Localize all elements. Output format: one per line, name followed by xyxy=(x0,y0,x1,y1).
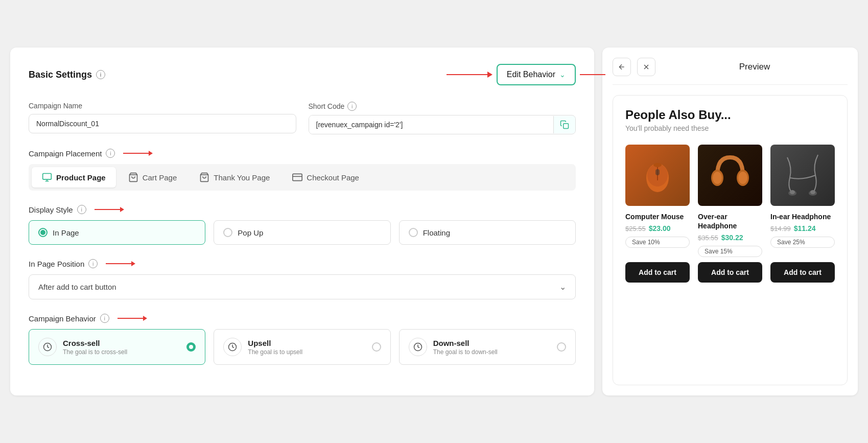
radio-floating xyxy=(409,228,418,237)
svg-point-20 xyxy=(738,172,747,184)
placement-tab-thankyou[interactable]: Thank You Page xyxy=(189,167,280,188)
radio-inpage xyxy=(38,228,48,237)
crosssell-desc: The goal is to cross-sell xyxy=(63,348,180,356)
crosssell-title: Cross-sell xyxy=(63,339,180,347)
price-new-earphone: $11.24 xyxy=(794,224,816,232)
price-old-headphone: $35.55 xyxy=(698,234,718,242)
position-select[interactable]: After add to cart button ⌄ xyxy=(29,274,576,299)
downsell-radio xyxy=(557,342,566,352)
svg-rect-0 xyxy=(564,124,569,129)
placement-tab-cart[interactable]: Cart Page xyxy=(118,167,187,188)
price-new-headphone: $30.22 xyxy=(721,234,743,242)
display-style-info-icon[interactable]: i xyxy=(77,205,86,214)
upsell-radio xyxy=(372,342,381,352)
preview-card: People Also Buy... You'll probably need … xyxy=(613,95,848,385)
crosssell-icon xyxy=(38,338,57,356)
product-image-mouse xyxy=(625,145,690,206)
preview-card-title: People Also Buy... xyxy=(625,108,835,122)
right-panel: Preview People Also Buy... You'll probab… xyxy=(602,48,858,395)
basic-settings-info-icon[interactable]: i xyxy=(96,70,105,79)
placement-section: Campaign Placement i Product Pag xyxy=(29,149,576,191)
behavior-crosssell[interactable]: Cross-sell The goal is to cross-sell xyxy=(29,329,205,365)
save-badge-mouse: Save 10% xyxy=(625,237,690,248)
edit-behavior-button[interactable]: Edit Behavior ⌄ xyxy=(497,64,576,85)
save-badge-headphone: Save 15% xyxy=(698,246,762,257)
arrow-left-icon xyxy=(618,63,626,71)
short-code-info-icon[interactable]: i xyxy=(347,102,357,111)
upsell-text: Upsell The goal is to upsell xyxy=(248,339,365,356)
position-section: In Page Position i After add to cart but… xyxy=(29,259,576,299)
placement-label: Campaign Placement i xyxy=(29,149,576,158)
svg-point-23 xyxy=(790,190,795,194)
placement-tab-product[interactable]: Product Page xyxy=(32,167,116,188)
display-style-section: Display Style i In Page Pop Up xyxy=(29,205,576,245)
headphone-svg xyxy=(710,152,750,198)
product-prices-mouse: $25.55 $23.00 xyxy=(625,224,690,232)
earphone-svg xyxy=(777,152,828,198)
style-option-floating[interactable]: Floating xyxy=(399,220,576,245)
add-to-cart-mouse[interactable]: Add to cart xyxy=(625,262,690,283)
preview-card-subtitle: You'll probably need these xyxy=(625,124,835,132)
price-new-mouse: $23.00 xyxy=(649,224,671,232)
behavior-upsell[interactable]: Upsell The goal is to upsell xyxy=(214,329,390,365)
copy-icon xyxy=(560,120,569,129)
preview-title: Preview xyxy=(662,62,848,72)
mouse-svg xyxy=(642,155,673,196)
product-name-mouse: Computer Mouse xyxy=(625,212,690,221)
short-code-input[interactable] xyxy=(309,115,554,134)
upsell-icon xyxy=(223,338,242,356)
campaign-name-label: Campaign Name xyxy=(29,102,296,110)
preview-back-button[interactable] xyxy=(613,58,631,76)
style-option-inpage[interactable]: In Page xyxy=(29,220,205,245)
style-option-popup[interactable]: Pop Up xyxy=(214,220,390,245)
downsell-icon xyxy=(409,338,427,356)
price-old-mouse: $25.55 xyxy=(625,225,646,232)
campaign-name-input[interactable] xyxy=(29,114,296,133)
downsell-title: Down-sell xyxy=(433,339,551,347)
behavior-info-icon[interactable]: i xyxy=(100,314,109,323)
svg-rect-4 xyxy=(293,174,302,180)
preview-close-button[interactable] xyxy=(637,58,655,76)
product-item-headphone: Over-ear Headphone $35.55 $30.22 Save 15… xyxy=(698,145,762,283)
placement-tabs: Product Page Cart Page xyxy=(29,164,576,191)
product-image-headphone xyxy=(698,145,762,206)
short-code-label: Short Code i xyxy=(309,102,576,111)
chevron-down-icon: ⌄ xyxy=(559,71,566,79)
add-to-cart-headphone[interactable]: Add to cart xyxy=(698,262,762,283)
products-grid: Computer Mouse $25.55 $23.00 Save 10% Ad… xyxy=(625,145,835,283)
checkout-page-icon xyxy=(292,172,302,182)
svg-point-24 xyxy=(810,190,815,194)
cart-page-icon xyxy=(128,172,138,182)
behavior-downsell[interactable]: Down-sell The goal is to down-sell xyxy=(399,329,576,365)
close-icon xyxy=(642,63,650,71)
downsell-text: Down-sell The goal is to down-sell xyxy=(433,339,551,356)
product-name-headphone: Over-ear Headphone xyxy=(698,212,762,230)
position-value: After add to cart button xyxy=(38,283,116,291)
thankyou-page-icon xyxy=(199,172,209,182)
left-panel: Basic Settings i Edit Behavior ⌄ Campaig… xyxy=(10,48,594,395)
panel-header: Basic Settings i Edit Behavior ⌄ xyxy=(29,64,576,85)
edit-behavior-label: Edit Behavior xyxy=(507,70,555,79)
position-label: In Page Position i xyxy=(29,259,576,268)
save-badge-earphone: Save 25% xyxy=(770,237,835,248)
svg-point-18 xyxy=(713,172,722,184)
behavior-section: Campaign Behavior i xyxy=(29,314,576,365)
crosssell-text: Cross-sell The goal is to cross-sell xyxy=(63,339,180,356)
preview-header: Preview xyxy=(613,58,848,85)
radio-popup xyxy=(223,228,232,237)
product-image-earphone xyxy=(770,145,835,206)
price-old-earphone: $14.99 xyxy=(770,225,791,232)
campaign-name-group: Campaign Name xyxy=(29,102,296,134)
add-to-cart-earphone[interactable]: Add to cart xyxy=(770,262,835,283)
copy-shortcode-button[interactable] xyxy=(553,116,575,133)
panel-title: Basic Settings i xyxy=(29,69,105,80)
basic-settings-label: Basic Settings xyxy=(29,69,92,80)
crosssell-radio xyxy=(186,342,196,352)
position-chevron-icon: ⌄ xyxy=(559,282,566,292)
svg-rect-1 xyxy=(43,174,52,180)
upsell-desc: The goal is to upsell xyxy=(248,348,365,356)
product-item-mouse: Computer Mouse $25.55 $23.00 Save 10% Ad… xyxy=(625,145,690,283)
position-info-icon[interactable]: i xyxy=(88,259,98,268)
placement-info-icon[interactable]: i xyxy=(106,149,115,158)
placement-tab-checkout[interactable]: Checkout Page xyxy=(282,167,369,188)
